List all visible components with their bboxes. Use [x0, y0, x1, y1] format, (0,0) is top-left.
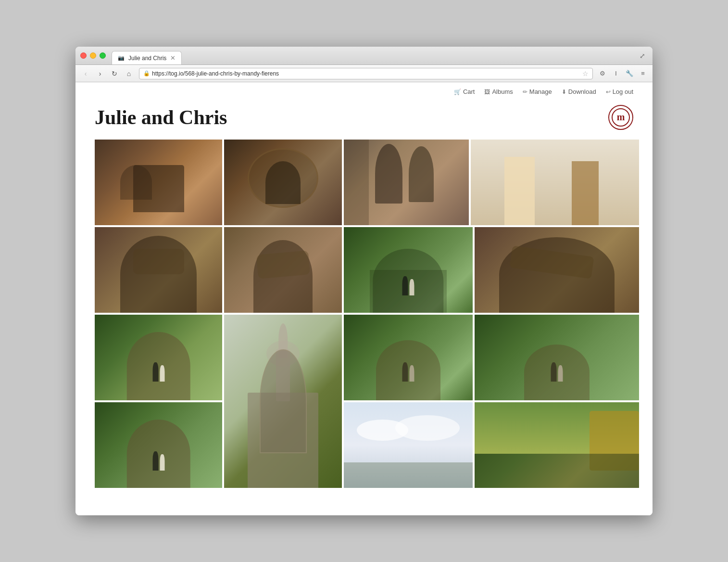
- minimize-button[interactable]: [90, 52, 96, 59]
- albums-icon: 🖼: [484, 89, 490, 95]
- refresh-button[interactable]: ↻: [108, 67, 121, 80]
- logout-icon: ↩: [606, 89, 611, 95]
- right-col-rows34: [344, 315, 473, 488]
- tab-bar: 📷 Julie and Chris ✕: [112, 47, 182, 64]
- svg-text:m: m: [617, 112, 625, 122]
- window-controls-right: ⤢: [637, 51, 648, 61]
- reader-icon[interactable]: Ⅰ: [610, 68, 622, 79]
- settings-icon[interactable]: ⚙: [597, 68, 608, 79]
- photo-13[interactable]: [95, 402, 222, 488]
- photo-1[interactable]: [95, 140, 222, 225]
- traffic-lights: [80, 52, 106, 59]
- photo-11[interactable]: [344, 315, 473, 400]
- nav-bar: ‹ › ↻ ⌂ 🔒 https://tog.io/568-julie-and-c…: [75, 65, 653, 82]
- forward-button[interactable]: ›: [94, 67, 106, 80]
- close-button[interactable]: [80, 52, 87, 59]
- photo-4[interactable]: [471, 140, 639, 225]
- tab-close-button[interactable]: ✕: [170, 54, 176, 62]
- nav-icons-right: ⚙ Ⅰ 🔧 ≡: [597, 68, 649, 79]
- maximize-button[interactable]: [100, 52, 106, 59]
- extensions-icon[interactable]: 🔧: [624, 68, 635, 79]
- photo-9[interactable]: [95, 315, 222, 400]
- download-nav-item[interactable]: ⬇ Download: [562, 88, 596, 95]
- cart-icon: 🛒: [454, 89, 461, 95]
- photo-8[interactable]: [475, 227, 639, 313]
- cart-nav-item[interactable]: 🛒 Cart: [454, 88, 475, 95]
- address-bar[interactable]: 🔒 https://tog.io/568-julie-and-chris-by-…: [139, 68, 593, 79]
- browser-window: 📷 Julie and Chris ✕ ⤢ ‹ › ↻ ⌂ 🔒 https://…: [75, 47, 653, 515]
- photo-10[interactable]: [224, 315, 342, 488]
- manage-label: Manage: [529, 88, 552, 95]
- photo-2[interactable]: [224, 140, 342, 225]
- cart-label: Cart: [463, 88, 475, 95]
- fullscreen-button[interactable]: ⤢: [637, 51, 648, 61]
- manage-icon: ✏: [523, 89, 527, 95]
- menu-icon[interactable]: ≡: [637, 68, 649, 79]
- photo-3[interactable]: [344, 140, 469, 225]
- albums-label: Albums: [492, 88, 513, 95]
- photo-7[interactable]: [344, 227, 473, 313]
- bookmark-icon[interactable]: ☆: [582, 70, 589, 77]
- left-col-rows34: [95, 315, 222, 488]
- back-button[interactable]: ‹: [79, 67, 92, 80]
- title-bar: 📷 Julie and Chris ✕ ⤢: [75, 47, 653, 65]
- photo-12[interactable]: [475, 315, 639, 400]
- active-tab[interactable]: 📷 Julie and Chris ✕: [112, 51, 182, 64]
- page-content: 🛒 Cart 🖼 Albums ✏ Manage ⬇ Download ↩ Lo…: [75, 82, 653, 515]
- photographer-logo[interactable]: m: [608, 105, 633, 130]
- far-right-col-rows34: [475, 315, 639, 488]
- photo-rows-3-4: [95, 315, 633, 488]
- home-button[interactable]: ⌂: [123, 67, 135, 80]
- photo-grid: [75, 140, 653, 509]
- albums-nav-item[interactable]: 🖼 Albums: [484, 88, 513, 95]
- manage-nav-item[interactable]: ✏ Manage: [523, 88, 552, 95]
- photo-6[interactable]: [224, 227, 342, 313]
- photo-5[interactable]: [95, 227, 222, 313]
- logout-nav-item[interactable]: ↩ Log out: [606, 88, 633, 95]
- download-label: Download: [568, 88, 596, 95]
- url-text: https://tog.io/568-julie-and-chris-by-ma…: [152, 70, 580, 77]
- photo-15[interactable]: [475, 402, 639, 488]
- tab-title: Julie and Chris: [128, 55, 166, 62]
- tab-favicon: 📷: [118, 55, 125, 61]
- photo-row-1: [95, 140, 633, 225]
- photo-14[interactable]: [344, 402, 473, 488]
- logout-label: Log out: [613, 88, 633, 95]
- site-nav: 🛒 Cart 🖼 Albums ✏ Manage ⬇ Download ↩ Lo…: [75, 82, 653, 95]
- ssl-lock-icon: 🔒: [143, 70, 150, 77]
- photo-row-2: [95, 227, 633, 313]
- download-icon: ⬇: [562, 89, 566, 95]
- page-header: Julie and Chris m: [75, 95, 653, 140]
- page-title: Julie and Chris: [95, 106, 227, 129]
- logo-svg: m: [611, 108, 630, 127]
